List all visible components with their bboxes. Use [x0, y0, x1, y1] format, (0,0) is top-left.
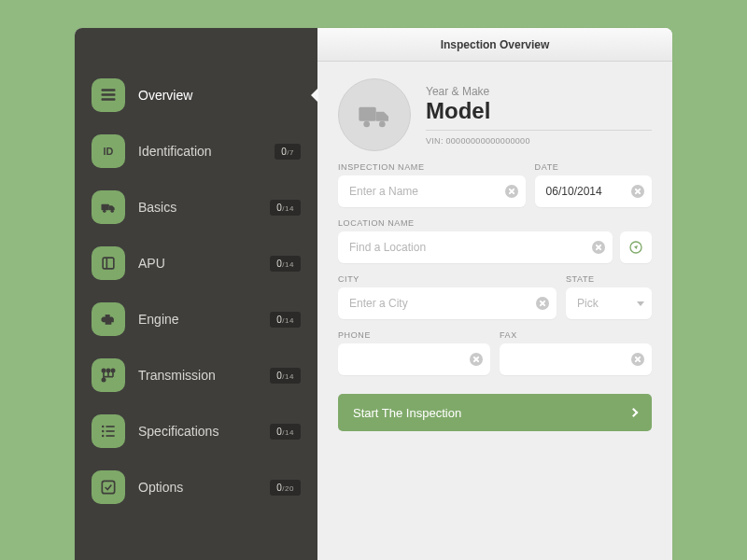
- sidebar-item-label: Overview: [138, 88, 301, 103]
- svg-rect-22: [106, 435, 115, 437]
- year-make-label: Year & Make: [426, 85, 652, 98]
- sidebar-item-apu[interactable]: APU 0/14: [75, 243, 317, 284]
- clear-icon[interactable]: [536, 297, 549, 310]
- sidebar-item-label: Engine: [138, 312, 270, 327]
- main-panel: Inspection Overview Year & Make Model VI…: [317, 28, 672, 560]
- state-select[interactable]: Pick: [566, 287, 652, 319]
- phone-input[interactable]: [338, 343, 490, 375]
- svg-rect-1: [102, 93, 116, 96]
- city-input[interactable]: Enter a City: [338, 287, 557, 319]
- count-badge: 0/7: [275, 144, 301, 160]
- vin-label: VIN: 00000000000000000: [426, 130, 652, 146]
- phone-label: PHONE: [338, 330, 490, 340]
- sidebar-item-engine[interactable]: Engine 0/14: [75, 299, 317, 340]
- options-icon: [92, 470, 125, 504]
- svg-rect-20: [106, 430, 115, 432]
- city-label: CITY: [338, 274, 557, 284]
- svg-point-17: [102, 426, 105, 428]
- svg-point-21: [102, 435, 105, 438]
- fax-input[interactable]: [500, 343, 652, 375]
- sidebar-item-overview[interactable]: Overview: [75, 75, 317, 116]
- chevron-down-icon: [637, 301, 644, 306]
- svg-text:ID: ID: [104, 146, 114, 157]
- vehicle-meta: Year & Make Model VIN: 00000000000000000: [426, 85, 652, 146]
- truck-icon: [92, 190, 125, 224]
- count-badge: 0/14: [270, 312, 301, 328]
- engine-icon: [92, 302, 125, 336]
- sidebar-item-options[interactable]: Options 0/20: [75, 467, 317, 508]
- start-inspection-button[interactable]: Start The Inspection: [338, 394, 652, 431]
- svg-rect-2: [102, 98, 116, 101]
- svg-point-25: [363, 121, 370, 128]
- sidebar: Overview ID Identification 0/7 Basics 0/…: [75, 28, 317, 560]
- svg-rect-24: [359, 107, 375, 121]
- vehicle-header: Year & Make Model VIN: 00000000000000000: [338, 78, 652, 151]
- count-badge: 0/14: [270, 200, 301, 216]
- location-name-input[interactable]: Find a Location: [338, 231, 613, 263]
- svg-point-19: [102, 430, 105, 433]
- id-icon: ID: [92, 134, 125, 168]
- svg-rect-0: [102, 89, 116, 91]
- inspection-name-label: INSPECTION NAME: [338, 162, 526, 172]
- sidebar-item-label: Options: [138, 480, 270, 495]
- location-name-label: LOCATION NAME: [338, 218, 652, 228]
- start-inspection-label: Start The Inspection: [353, 406, 461, 420]
- sidebar-item-transmission[interactable]: Transmission 0/14: [75, 355, 317, 396]
- svg-rect-23: [102, 481, 114, 493]
- inspection-name-input[interactable]: Enter a Name: [338, 175, 526, 207]
- svg-rect-18: [106, 426, 115, 427]
- svg-point-11: [111, 369, 114, 371]
- clear-icon[interactable]: [505, 185, 518, 198]
- sidebar-item-specifications[interactable]: Specifications 0/14: [75, 411, 317, 452]
- compass-icon: [628, 240, 643, 255]
- date-input[interactable]: 06/10/2014: [535, 175, 652, 207]
- fax-label: FAX: [500, 330, 652, 340]
- svg-point-16: [102, 378, 105, 381]
- clear-icon[interactable]: [470, 353, 483, 366]
- vehicle-avatar: [338, 78, 411, 151]
- svg-point-6: [111, 210, 114, 213]
- sidebar-item-label: APU: [138, 256, 270, 271]
- clear-icon[interactable]: [592, 241, 605, 254]
- page-title: Inspection Overview: [317, 28, 672, 62]
- locate-button[interactable]: [620, 231, 652, 263]
- state-label: STATE: [566, 274, 652, 284]
- count-badge: 0/14: [270, 256, 301, 272]
- chevron-right-icon: [629, 408, 639, 417]
- transmission-icon: [92, 358, 125, 392]
- specs-icon: [92, 414, 125, 448]
- svg-point-9: [102, 369, 105, 371]
- sidebar-item-identification[interactable]: ID Identification 0/7: [75, 131, 317, 172]
- svg-point-5: [103, 210, 106, 213]
- clear-icon[interactable]: [631, 185, 644, 198]
- svg-rect-7: [103, 258, 114, 269]
- clear-icon[interactable]: [631, 353, 644, 366]
- model-label: Model: [426, 98, 652, 124]
- app-window: Overview ID Identification 0/7 Basics 0/…: [75, 28, 672, 560]
- date-label: DATE: [535, 162, 652, 172]
- sidebar-item-label: Basics: [138, 200, 270, 215]
- list-stack-icon: [92, 78, 125, 112]
- svg-point-26: [379, 121, 386, 128]
- box-icon: [92, 246, 125, 280]
- sidebar-item-basics[interactable]: Basics 0/14: [75, 187, 317, 228]
- count-badge: 0/20: [270, 480, 301, 496]
- sidebar-item-label: Transmission: [138, 368, 270, 383]
- truck-icon: [356, 96, 393, 133]
- count-badge: 0/14: [270, 424, 301, 440]
- svg-point-10: [106, 369, 109, 371]
- svg-rect-4: [102, 204, 109, 211]
- sidebar-item-label: Specifications: [138, 424, 270, 439]
- sidebar-item-label: Identification: [138, 144, 275, 159]
- count-badge: 0/14: [270, 368, 301, 384]
- content: Year & Make Model VIN: 00000000000000000…: [317, 62, 672, 431]
